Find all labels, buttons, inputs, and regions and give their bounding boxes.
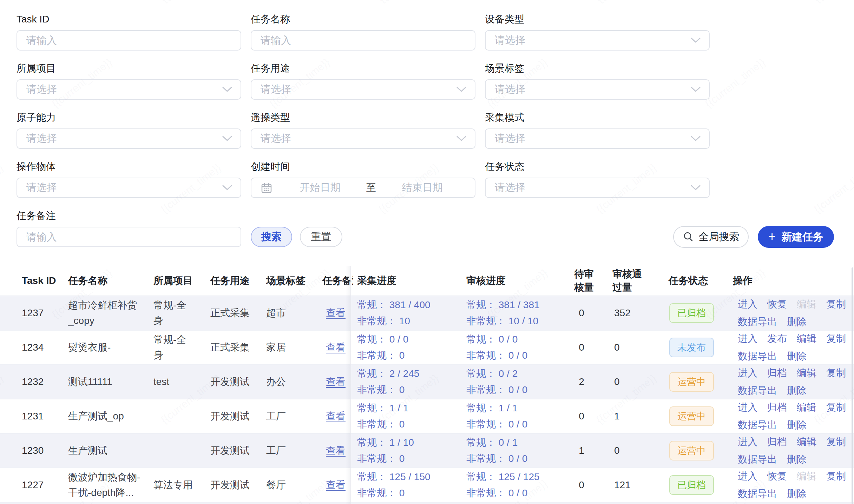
operate-object-select[interactable]: 请选择 — [17, 178, 241, 198]
global-search-label: 全局搜索 — [699, 230, 740, 244]
row-actions: 进入归档编辑复制数据导出删除 — [738, 399, 851, 433]
action-link[interactable]: 归档 — [767, 365, 787, 381]
header-pending-count: 待审核量 — [574, 267, 597, 294]
cell-line: 生产测试_op — [68, 409, 144, 424]
view-remark-link[interactable]: 查看 — [326, 306, 346, 320]
action-link[interactable]: 数据导出 — [738, 383, 777, 399]
action-link[interactable]: 删除 — [787, 348, 807, 364]
action-link[interactable]: 删除 — [787, 383, 807, 399]
status-badge: 运营中 — [669, 372, 714, 392]
device-type-select[interactable]: 请选择 — [485, 30, 710, 51]
new-task-button[interactable]: + 新建任务 — [758, 226, 834, 248]
action-link[interactable]: 复制 — [826, 399, 846, 416]
chevron-down-icon — [456, 136, 466, 141]
view-remark-link[interactable]: 查看 — [326, 341, 346, 354]
action-link[interactable]: 复制 — [826, 468, 846, 484]
action-link[interactable]: 恢复 — [767, 468, 787, 484]
header-approved-count: 审核通过量 — [612, 267, 645, 294]
purpose-cell: 开发测试 — [210, 478, 250, 492]
collect-mode-select[interactable]: 请选择 — [485, 128, 710, 149]
cell-line: _copy — [68, 313, 144, 329]
action-link[interactable]: 归档 — [767, 434, 787, 450]
review-progress-cell: 常规： 125 / 125非常规： 0 / 0 — [466, 469, 540, 501]
global-search-button[interactable]: 全局搜索 — [673, 226, 749, 248]
pending-count-cell: 1 — [572, 445, 591, 456]
action-link[interactable]: 恢复 — [767, 296, 787, 312]
vertical-scrollbar[interactable] — [852, 267, 853, 504]
task-status-select[interactable]: 请选择 — [485, 178, 710, 198]
action-link[interactable]: 编辑 — [797, 331, 816, 347]
action-link[interactable]: 数据导出 — [738, 348, 777, 364]
action-link[interactable]: 数据导出 — [738, 451, 777, 467]
action-link[interactable]: 删除 — [787, 486, 807, 502]
project-select[interactable]: 请选择 — [17, 79, 241, 100]
header-remark: 任务备注 — [322, 274, 353, 287]
cell-line: 非常规： 10 / 10 — [466, 313, 540, 329]
action-link[interactable]: 数据导出 — [738, 314, 777, 330]
approved-count-cell: 0 — [614, 376, 620, 387]
chevron-down-icon — [691, 87, 701, 92]
pending-count-cell: 2 — [572, 376, 591, 387]
select-placeholder: 请选择 — [495, 132, 525, 146]
task-name-input[interactable] — [251, 30, 475, 51]
action-link[interactable]: 删除 — [787, 417, 807, 433]
field-device-type: 设备类型 请选择 — [485, 14, 710, 51]
search-button[interactable]: 搜索 — [251, 227, 292, 247]
action-link[interactable]: 进入 — [738, 399, 757, 416]
action-link[interactable]: 发布 — [767, 331, 787, 347]
select-placeholder: 请选择 — [495, 82, 525, 97]
status-cell: 未发布 — [669, 338, 714, 357]
field-label: 设备类型 — [485, 14, 710, 25]
teleop-type-select[interactable]: 请选择 — [251, 128, 475, 149]
action-link[interactable]: 进入 — [738, 365, 757, 381]
action-link[interactable]: 归档 — [767, 399, 787, 416]
status-cell: 运营中 — [669, 406, 714, 426]
scene-tag-select[interactable]: 请选择 — [485, 79, 710, 100]
action-link[interactable]: 编辑 — [797, 399, 816, 416]
end-date-placeholder[interactable]: 结束日期 — [378, 181, 466, 195]
action-link[interactable]: 数据导出 — [738, 486, 777, 502]
action-link[interactable]: 进入 — [738, 468, 757, 484]
view-remark-link[interactable]: 查看 — [326, 478, 346, 492]
new-task-label: 新建任务 — [781, 230, 823, 244]
view-remark-link[interactable]: 查看 — [326, 375, 346, 389]
cell-line: 超市冷鲜柜补货 — [68, 298, 144, 313]
header-review-progress: 审核进度 — [466, 274, 506, 287]
cell-line: 非常规： 0 / 0 — [466, 485, 540, 501]
task-purpose-select[interactable]: 请选择 — [251, 79, 475, 100]
pending-count-cell: 0 — [572, 411, 591, 422]
scene-cell: 工厂 — [266, 444, 286, 457]
scene-cell: 工厂 — [266, 410, 286, 423]
action-link[interactable]: 编辑 — [797, 365, 816, 381]
action-link[interactable]: 复制 — [826, 296, 846, 312]
chevron-down-icon — [222, 185, 232, 191]
create-time-range[interactable]: 开始日期 至 结束日期 — [251, 178, 475, 198]
purpose-cell: 正式采集 — [210, 341, 250, 354]
reset-button[interactable]: 重置 — [300, 227, 342, 247]
action-link[interactable]: 进入 — [738, 296, 757, 312]
action-link[interactable]: 编辑 — [797, 434, 816, 450]
view-remark-link[interactable]: 查看 — [326, 444, 346, 457]
action-link[interactable]: 复制 — [826, 434, 846, 450]
select-placeholder: 请选择 — [26, 181, 57, 195]
cell-line: 非常规： 0 / 0 — [466, 347, 527, 364]
field-create-time: 创建时间 开始日期 至 结束日期 — [251, 161, 475, 198]
action-link[interactable]: 进入 — [738, 331, 757, 347]
action-link[interactable]: 复制 — [826, 331, 846, 347]
action-link[interactable]: 复制 — [826, 365, 846, 381]
status-badge: 未发布 — [669, 338, 714, 357]
action-link[interactable]: 进入 — [738, 434, 757, 450]
view-remark-link[interactable]: 查看 — [326, 410, 346, 423]
start-date-placeholder[interactable]: 开始日期 — [276, 181, 364, 195]
action-link[interactable]: 删除 — [787, 451, 807, 467]
cell-line: 常规： 125 / 150 — [357, 469, 431, 485]
status-badge: 运营中 — [669, 441, 714, 460]
cell-line: 身 — [153, 347, 206, 363]
action-link[interactable]: 删除 — [787, 314, 807, 330]
atomic-ability-select[interactable]: 请选择 — [17, 128, 241, 149]
task-remark-input[interactable] — [17, 227, 241, 247]
cell-line: 微波炉加热食物- — [68, 470, 144, 485]
action-link[interactable]: 数据导出 — [738, 417, 777, 433]
review-progress-cell: 常规： 0 / 2非常规： 0 / 0 — [466, 366, 527, 398]
task-id-input[interactable] — [17, 30, 241, 51]
